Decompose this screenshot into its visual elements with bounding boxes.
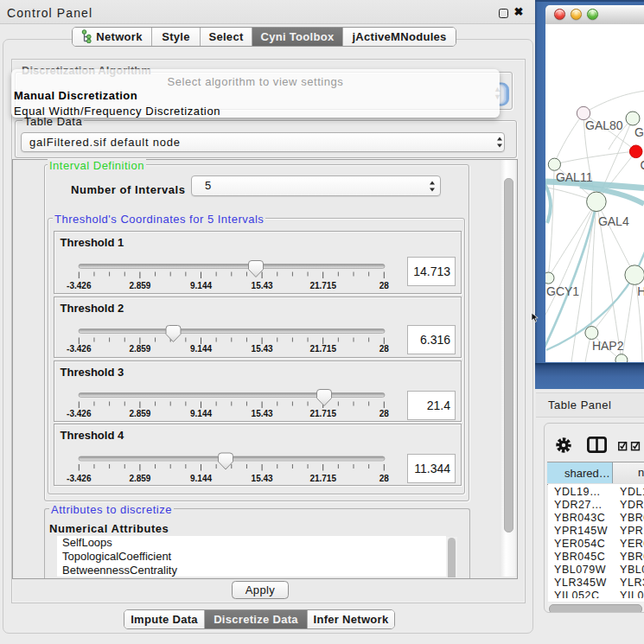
svg-text:GA: GA [634,125,644,139]
svg-text:HAP2: HAP2 [592,339,624,353]
svg-text:21.715: 21.715 [309,474,336,483]
svg-text:9.144: 9.144 [190,281,212,290]
svg-text:2.859: 2.859 [129,474,150,483]
svg-text:9.144: 9.144 [190,474,212,483]
svg-text:9.144: 9.144 [190,409,212,418]
svg-text:2.859: 2.859 [129,344,150,354]
svg-text:9.144: 9.144 [190,344,212,354]
svg-text:21.715: 21.715 [309,409,336,418]
svg-text:28: 28 [379,409,390,418]
svg-text:GAL80: GAL80 [585,118,623,132]
svg-text:C: C [641,158,644,172]
svg-text:15.43: 15.43 [252,344,273,354]
svg-text:15.43: 15.43 [252,409,273,418]
svg-text:28: 28 [379,344,390,354]
svg-text:H: H [637,284,644,298]
svg-text:-3.426: -3.426 [67,474,92,483]
svg-text:15.43: 15.43 [252,474,273,483]
svg-text:GAL11: GAL11 [556,170,593,184]
svg-text:28: 28 [379,474,390,483]
svg-text:21.715: 21.715 [309,281,336,290]
svg-text:2.859: 2.859 [129,281,150,290]
svg-text:-3.426: -3.426 [67,409,92,418]
svg-text:21.715: 21.715 [309,344,336,354]
svg-text:15.43: 15.43 [252,281,273,290]
svg-text:GCY1: GCY1 [546,284,579,298]
svg-text:-3.426: -3.426 [67,344,92,354]
svg-text:-3.426: -3.426 [67,281,92,290]
svg-text:GAL4: GAL4 [598,214,629,228]
svg-text:28: 28 [379,281,390,290]
svg-text:2.859: 2.859 [129,409,150,418]
